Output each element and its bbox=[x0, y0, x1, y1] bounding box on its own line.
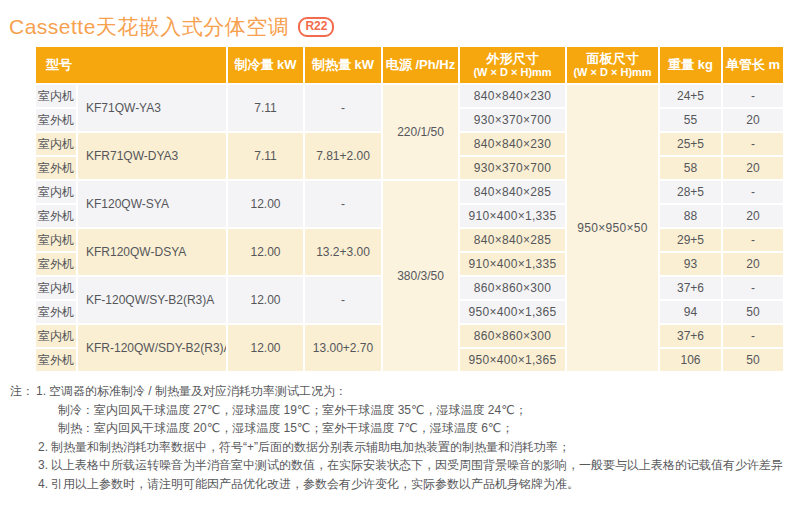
unit-label-outdoor: 室外机 bbox=[36, 253, 76, 275]
model-cell: KFR120QW-DSYA bbox=[78, 229, 226, 275]
page-title: Cassette天花嵌入式分体空调 bbox=[9, 13, 289, 41]
table-header-row: 型号 制冷量 kW 制热量 kW 电源 /Ph/Hz 外形尺寸 (W × D ×… bbox=[36, 47, 783, 83]
model-cell: KF-120QW/SY-B2(R3)A bbox=[78, 277, 226, 323]
footnote-line: 制热：室内回风干球温度 20℃，湿球温度 15℃；室外干球温度 7℃，湿球温度 … bbox=[58, 419, 787, 438]
unit-label-indoor: 室内机 bbox=[36, 181, 76, 203]
weight-cell: 94 bbox=[660, 301, 721, 323]
footnote-text: 空调器的标准制冷 / 制热量及对应消耗功率测试工况为： bbox=[49, 384, 347, 398]
dims-cell: 840×840×285 bbox=[460, 229, 565, 251]
dims-cell: 860×860×300 bbox=[460, 325, 565, 347]
cooling-cell: 7.11 bbox=[228, 133, 303, 179]
spec-table: 型号 制冷量 kW 制热量 kW 电源 /Ph/Hz 外形尺寸 (W × D ×… bbox=[34, 45, 785, 373]
footnote-text: 引用以上参数时，请注明可能因产品优化改进，参数会有少许变化，实际参数以产品机身铭… bbox=[51, 477, 579, 491]
footnote-text: 制热量和制热消耗功率数据中，符号“+”后面的数据分别表示辅助电加热装置的制热量和… bbox=[51, 440, 570, 454]
heating-cell: - bbox=[305, 181, 381, 227]
weight-cell: 55 bbox=[660, 109, 721, 131]
panel-size-cell: 950×950×50 bbox=[567, 85, 658, 371]
weight-cell: 93 bbox=[660, 253, 721, 275]
header-power: 电源 /Ph/Hz bbox=[383, 47, 458, 83]
unit-label-indoor: 室内机 bbox=[36, 277, 76, 299]
footnote-number: 3. bbox=[38, 458, 48, 472]
header-dimensions: 外形尺寸 (W × D × H)mm bbox=[460, 47, 565, 83]
header-dimensions-line2: (W × D × H)mm bbox=[460, 66, 565, 79]
unit-label-indoor: 室内机 bbox=[36, 85, 76, 107]
dims-cell: 840×840×230 bbox=[460, 133, 565, 155]
model-cell: KF120QW-SYA bbox=[78, 181, 226, 227]
pipe-cell: - bbox=[723, 133, 783, 155]
dims-cell: 950×400×1,365 bbox=[460, 301, 565, 323]
footnote-line: 2.制热量和制热消耗功率数据中，符号“+”后面的数据分别表示辅助电加热装置的制热… bbox=[38, 438, 787, 457]
heating-cell: 7.81+2.00 bbox=[305, 133, 381, 179]
weight-cell: 37+6 bbox=[660, 325, 721, 347]
cooling-cell: 12.00 bbox=[228, 229, 303, 275]
pipe-cell: 20 bbox=[723, 109, 783, 131]
footnote-text: 以上表格中所载运转噪音为半消音室中测试的数值，在实际安装状态下，因受周围背景噪音… bbox=[51, 458, 787, 472]
pipe-cell: - bbox=[723, 85, 783, 107]
unit-label-outdoor: 室外机 bbox=[36, 157, 76, 179]
unit-label-outdoor: 室外机 bbox=[36, 205, 76, 227]
dims-cell: 840×840×285 bbox=[460, 181, 565, 203]
footnote-line: 制冷：室内回风干球温度 27℃，湿球温度 19℃；室外干球温度 35℃，湿球温度… bbox=[58, 401, 787, 420]
weight-cell: 25+5 bbox=[660, 133, 721, 155]
header-weight: 重量 kg bbox=[660, 47, 721, 83]
model-cell: KF71QW-YA3 bbox=[78, 85, 226, 131]
footnote-line: 注：1.空调器的标准制冷 / 制热量及对应消耗功率测试工况为： bbox=[10, 382, 787, 401]
cooling-cell: 12.00 bbox=[228, 325, 303, 371]
header-panel: 面板尺寸 (W × D × H)mm bbox=[567, 47, 658, 83]
page-header: Cassette天花嵌入式分体空调 R22 bbox=[0, 0, 787, 41]
footnote-line: 3.以上表格中所载运转噪音为半消音室中测试的数值，在实际安装状态下，因受周围背景… bbox=[38, 456, 787, 475]
dims-cell: 860×860×300 bbox=[460, 277, 565, 299]
unit-label-indoor: 室内机 bbox=[36, 133, 76, 155]
unit-label-indoor: 室内机 bbox=[36, 229, 76, 251]
footnote-line: 4.引用以上参数时，请注明可能因产品优化改进，参数会有少许变化，实际参数以产品机… bbox=[38, 475, 787, 494]
dims-cell: 910×400×1,335 bbox=[460, 205, 565, 227]
weight-cell: 29+5 bbox=[660, 229, 721, 251]
weight-cell: 24+5 bbox=[660, 85, 721, 107]
footnote-prefix: 注： bbox=[10, 384, 34, 398]
unit-label-indoor: 室内机 bbox=[36, 325, 76, 347]
cooling-cell: 7.11 bbox=[228, 85, 303, 131]
spec-sheet-page: Cassette天花嵌入式分体空调 R22 型号 制冷量 kW 制热量 kW 电… bbox=[0, 0, 787, 514]
header-model: 型号 bbox=[36, 47, 226, 83]
weight-cell: 58 bbox=[660, 157, 721, 179]
dims-cell: 930×370×700 bbox=[460, 109, 565, 131]
pipe-cell: 50 bbox=[723, 349, 783, 371]
pipe-cell: - bbox=[723, 277, 783, 299]
weight-cell: 37+6 bbox=[660, 277, 721, 299]
pipe-cell: 20 bbox=[723, 253, 783, 275]
power-cell: 380/3/50 bbox=[383, 181, 458, 371]
heating-cell: - bbox=[305, 277, 381, 323]
refrigerant-badge: R22 bbox=[298, 17, 334, 37]
weight-cell: 106 bbox=[660, 349, 721, 371]
heating-cell: 13.00+2.70 bbox=[305, 325, 381, 371]
unit-label-outdoor: 室外机 bbox=[36, 301, 76, 323]
pipe-cell: 50 bbox=[723, 301, 783, 323]
cooling-cell: 12.00 bbox=[228, 181, 303, 227]
unit-label-outdoor: 室外机 bbox=[36, 349, 76, 371]
header-pipe: 单管长 m bbox=[723, 47, 783, 83]
header-cooling: 制冷量 kW bbox=[228, 47, 303, 83]
footnote-number: 4. bbox=[38, 477, 48, 491]
power-cell: 220/1/50 bbox=[383, 85, 458, 179]
heating-cell: 13.2+3.00 bbox=[305, 229, 381, 275]
heating-cell: - bbox=[305, 85, 381, 131]
pipe-cell: 20 bbox=[723, 205, 783, 227]
pipe-cell: - bbox=[723, 229, 783, 251]
dims-cell: 930×370×700 bbox=[460, 157, 565, 179]
weight-cell: 28+5 bbox=[660, 181, 721, 203]
dims-cell: 840×840×230 bbox=[460, 85, 565, 107]
weight-cell: 88 bbox=[660, 205, 721, 227]
cooling-cell: 12.00 bbox=[228, 277, 303, 323]
pipe-cell: 20 bbox=[723, 157, 783, 179]
dims-cell: 950×400×1,365 bbox=[460, 349, 565, 371]
unit-label-outdoor: 室外机 bbox=[36, 109, 76, 131]
dims-cell: 910×400×1,335 bbox=[460, 253, 565, 275]
model-cell: KFR-120QW/SDY-B2(R3)A bbox=[78, 325, 226, 371]
table-row: 室内机 KF120QW-SYA 12.00 - 380/3/50 840×840… bbox=[36, 181, 783, 203]
header-heating: 制热量 kW bbox=[305, 47, 381, 83]
header-panel-line1: 面板尺寸 bbox=[567, 51, 658, 67]
footnote-number: 2. bbox=[38, 440, 48, 454]
pipe-cell: - bbox=[723, 181, 783, 203]
model-cell: KFR71QW-DYA3 bbox=[78, 133, 226, 179]
header-dimensions-line1: 外形尺寸 bbox=[460, 51, 565, 67]
